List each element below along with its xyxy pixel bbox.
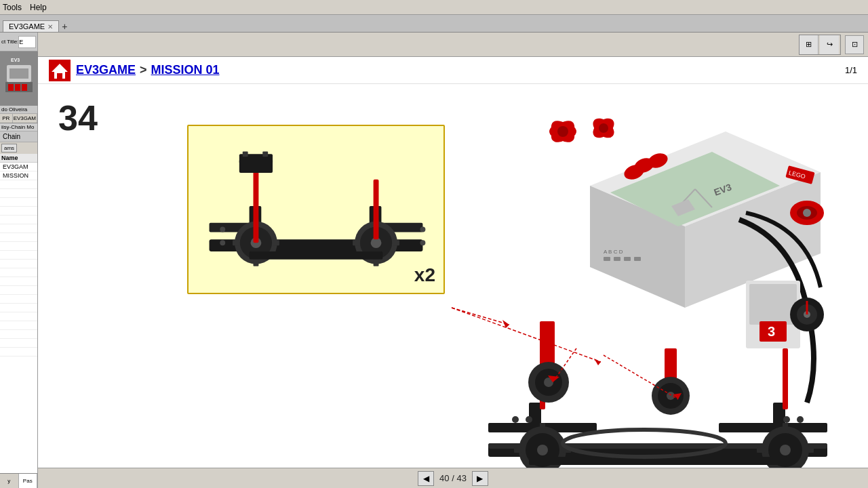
nav-next-icon: ▶	[477, 474, 483, 483]
svg-rect-89	[783, 348, 788, 409]
bottom-tab-copy[interactable]: y	[0, 474, 19, 488]
robot-image: EV3 LEGO A B C D	[454, 118, 848, 468]
svg-rect-84	[783, 423, 788, 431]
svg-rect-4	[8, 84, 14, 91]
svg-point-114	[783, 416, 790, 423]
tree-item-empty-16	[0, 312, 37, 321]
svg-rect-86	[757, 447, 765, 453]
project-title-row: ct Title:	[0, 33, 37, 52]
nav-prev-button[interactable]: ◀	[418, 471, 434, 486]
svg-rect-26	[374, 260, 379, 266]
bottom-tab-paste[interactable]: Pas	[19, 474, 38, 488]
svg-rect-35	[250, 251, 383, 260]
project-title-input[interactable]	[18, 36, 36, 48]
tree-item-empty-15	[0, 304, 37, 312]
svg-rect-77	[540, 423, 545, 431]
toolbar-btn-1[interactable]: ⊞	[800, 35, 818, 54]
breadcrumb-separator: >	[140, 63, 147, 77]
svg-rect-54	[604, 257, 610, 261]
svg-point-113	[526, 416, 532, 423]
toolbar-group-1: ⊞ ↪	[799, 35, 841, 55]
toolbar-btn-3[interactable]: ⊡	[845, 35, 864, 54]
tab-bar: EV3GAME ✕ +	[0, 15, 868, 33]
tree-item-empty-9	[0, 251, 37, 260]
step-number: 34	[58, 98, 98, 138]
daisy-chain-label: iisy-Chain Mo	[0, 123, 37, 131]
left-panel: ct Title: EV3 do Oliveira PR EV3GAM	[0, 33, 38, 488]
main-area: ct Title: EV3 do Oliveira PR EV3GAM	[0, 33, 868, 488]
svg-rect-2	[9, 68, 28, 79]
menu-bar: Tools Help	[0, 0, 868, 15]
svg-rect-5	[15, 84, 20, 91]
tree-item-empty-19	[0, 339, 37, 348]
left-tab-row: PR EV3GAM	[0, 114, 37, 123]
svg-rect-56	[624, 257, 631, 261]
tab-close-icon[interactable]: ✕	[47, 23, 53, 30]
tree-item-empty-2	[0, 189, 37, 198]
svg-point-112	[512, 416, 519, 423]
project-title-label: ct Title:	[1, 39, 18, 45]
new-tab-button[interactable]: +	[59, 21, 70, 32]
nav-page-info: 40 / 43	[439, 473, 467, 483]
svg-text:EV3: EV3	[11, 58, 20, 62]
robot-svg: EV3 LEGO A B C D	[454, 118, 848, 468]
tree-item-empty-17	[0, 321, 37, 330]
svg-rect-30	[374, 180, 379, 240]
toolbar-btn-2[interactable]: ↪	[820, 35, 839, 54]
btn-row: ams	[0, 142, 37, 154]
svg-rect-9	[57, 73, 62, 79]
svg-rect-27	[353, 240, 359, 245]
svg-rect-57	[634, 257, 641, 261]
svg-rect-87	[806, 447, 814, 453]
bottom-tabs: y Pas	[0, 473, 37, 488]
page-indicator-top: 1/1	[845, 65, 857, 75]
tree-item-empty-11	[0, 268, 37, 277]
parts-box: x2	[187, 125, 445, 294]
tree-item-empty-6	[0, 224, 37, 233]
thumbnail-area: EV3	[0, 52, 38, 106]
content-area: ⊞ ↪ ⊡ EV3GAME > MISSION 01 1/1 34	[38, 33, 868, 488]
svg-point-83	[780, 445, 791, 455]
svg-text:A B C D: A B C D	[604, 249, 623, 255]
tree-item-mission[interactable]: MISSION	[0, 171, 37, 180]
step-area: 34	[38, 84, 868, 468]
left-tab-ev3gam[interactable]: EV3GAM	[13, 114, 37, 123]
tree-item-ev3gam[interactable]: EV3GAM	[0, 163, 37, 171]
breadcrumb-ev3game[interactable]: EV3GAME	[76, 63, 136, 77]
svg-point-37	[420, 240, 426, 245]
tree-item-empty-4	[0, 207, 37, 216]
tree-item-empty-3	[0, 198, 37, 207]
tree-item-empty-7	[0, 233, 37, 242]
breadcrumb-bar: EV3GAME > MISSION 01 1/1	[38, 57, 868, 84]
tree-item-empty-1	[0, 180, 37, 189]
svg-rect-79	[514, 447, 522, 453]
home-icon	[50, 61, 69, 80]
svg-rect-34	[262, 151, 268, 157]
chain-label: Chain	[0, 131, 37, 142]
menu-help[interactable]: Help	[30, 3, 47, 12]
svg-point-39	[420, 227, 426, 232]
tree-area: EV3GAM MISSION	[0, 163, 37, 473]
menu-tools[interactable]: Tools	[3, 3, 22, 12]
svg-rect-19	[254, 260, 259, 266]
parts-svg	[189, 126, 443, 293]
tab-ev3game[interactable]: EV3GAME ✕	[3, 20, 59, 32]
tree-item-empty-10	[0, 260, 37, 268]
breadcrumb-mission[interactable]: MISSION 01	[151, 63, 220, 77]
svg-point-76	[537, 445, 548, 455]
svg-point-38	[220, 227, 225, 232]
tree-item-empty-12	[0, 277, 37, 286]
svg-point-60	[803, 209, 811, 217]
home-icon-box[interactable]	[49, 60, 71, 81]
svg-point-64	[557, 126, 568, 137]
tree-item-empty-14	[0, 295, 37, 304]
svg-point-98	[667, 392, 675, 400]
nav-next-button[interactable]: ▶	[472, 471, 488, 486]
author-label: do Oliveira	[0, 106, 37, 114]
left-tab-pr[interactable]: PR	[0, 114, 13, 123]
nav-prev-icon: ◀	[423, 474, 429, 483]
content-toolbar: ⊞ ↪ ⊡	[38, 33, 868, 57]
ams-button[interactable]: ams	[1, 144, 17, 152]
tree-item-empty-18	[0, 330, 37, 339]
tree-header: Name	[0, 154, 37, 163]
